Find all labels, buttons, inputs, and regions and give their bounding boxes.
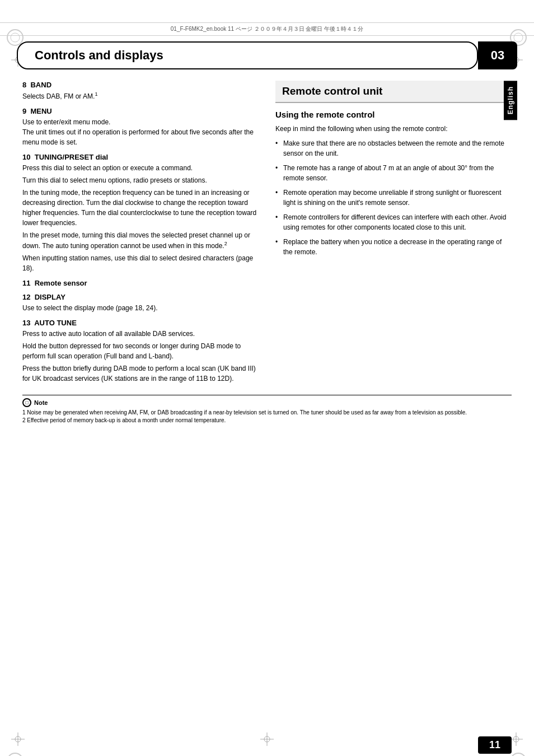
section-10-body3: In the tuning mode, the reception freque… xyxy=(22,188,259,228)
file-info-text: 01_F-F6MK2_en.book 11 ページ ２００９年４月３日 金曜日 … xyxy=(171,25,364,33)
bullet-1: Make sure that there are no obstacles be… xyxy=(275,138,512,158)
svg-point-3 xyxy=(514,33,523,42)
note-label: Note xyxy=(34,399,48,406)
section-9-body2: The unit times out if no operation is pe… xyxy=(22,127,259,147)
section-10: 10 TUNING/PRESET dial Press this dial to… xyxy=(22,153,259,273)
section-12: 12 DISPLAY Use to select the display mod… xyxy=(22,293,259,313)
section-12-number: 12 xyxy=(22,293,30,301)
section-13-body3: Press the button briefly during DAB mode… xyxy=(22,363,259,384)
note-section: □ Note 1 Noise may be generated when rec… xyxy=(22,395,512,424)
note-header: □ Note xyxy=(22,398,512,407)
crosshair-bl xyxy=(11,732,25,748)
section-10-body5: When inputting station names, use this d… xyxy=(22,253,259,273)
file-info-bar: 01_F-F6MK2_en.book 11 ページ ２００９年４月３日 金曜日 … xyxy=(0,22,534,36)
note-text-2: 2 Effective period of memory back-up is … xyxy=(22,417,512,424)
section-13-number: 13 xyxy=(22,319,30,327)
section-12-heading: DISPLAY xyxy=(35,293,65,301)
header-section: Controls and displays 03 xyxy=(17,41,517,69)
remote-section-title: Remote control unit xyxy=(275,81,512,103)
svg-point-6 xyxy=(510,753,526,756)
svg-point-4 xyxy=(7,753,23,756)
section-8-heading: BAND xyxy=(30,81,51,89)
section-9-heading: MENU xyxy=(30,107,51,115)
bullet-3: Remote operation may become unreliable i… xyxy=(275,188,512,208)
section-9-body1: Use to enter/exit menu mode. xyxy=(22,117,259,127)
section-11: 11 Remote sensor xyxy=(22,279,259,287)
title-banner: Controls and displays xyxy=(17,41,478,69)
section-10-body2: Turn this dial to select menu options, r… xyxy=(22,175,259,185)
section-10-number: 10 xyxy=(22,153,30,161)
section-8-number: 8 xyxy=(22,81,26,89)
remote-intro: Keep in mind the following when using th… xyxy=(275,124,512,134)
page-number-badge: 11 xyxy=(478,736,512,754)
section-13-body2: Hold the button depressed for two second… xyxy=(22,341,259,361)
crosshair-bm xyxy=(260,732,274,748)
corner-decoration-br xyxy=(509,752,528,756)
bullet-4: Remote controllers for different devices… xyxy=(275,212,512,232)
page-title: Controls and displays xyxy=(35,48,163,63)
section-8-text: Selects DAB, FM or AM. xyxy=(22,92,95,100)
note-text-1: 1 Noise may be generated when receiving … xyxy=(22,409,512,417)
section-9: 9 MENU Use to enter/exit menu mode. The … xyxy=(22,107,259,147)
left-column: 8 BAND Selects DAB, FM or AM.1 9 MENU Us… xyxy=(22,81,259,389)
section-13-body1: Press to active auto location of all ava… xyxy=(22,329,259,339)
section-10-heading: TUNING/PRESET dial xyxy=(35,153,108,161)
section-13-title: 13 AUTO TUNE xyxy=(22,319,259,327)
section-13-heading: AUTO TUNE xyxy=(34,319,77,327)
section-9-number: 9 xyxy=(22,107,26,115)
remote-sub-title: Using the remote control xyxy=(275,110,512,119)
main-content: 8 BAND Selects DAB, FM or AM.1 9 MENU Us… xyxy=(22,81,512,389)
section-13: 13 AUTO TUNE Press to active auto locati… xyxy=(22,319,259,384)
section-12-title: 12 DISPLAY xyxy=(22,293,259,301)
svg-point-1 xyxy=(11,33,20,42)
right-column: English Remote control unit Using the re… xyxy=(275,81,512,389)
section-10-body1: Press this dial to select an option or e… xyxy=(22,163,259,173)
section-8-title: 8 BAND xyxy=(22,81,259,89)
section-11-number: 11 xyxy=(22,279,30,287)
section-9-title: 9 MENU xyxy=(22,107,259,115)
section-10-body4: In the preset mode, turning this dial mo… xyxy=(22,230,259,251)
bullet-5: Replace the battery when you notice a de… xyxy=(275,237,512,257)
section-12-body: Use to select the display mode (page 18,… xyxy=(22,303,259,313)
section-11-heading: Remote sensor xyxy=(35,279,87,287)
page-container: 01_F-F6MK2_en.book 11 ページ ２００９年４月３日 金曜日 … xyxy=(0,22,534,756)
chapter-badge: 03 xyxy=(478,41,517,69)
corner-decoration-bl xyxy=(6,752,25,756)
chapter-number: 03 xyxy=(491,48,504,63)
page-footer: 11 En xyxy=(478,736,512,756)
bullet-2: The remote has a range of about 7 m at a… xyxy=(275,163,512,183)
section-8-body: Selects DAB, FM or AM.1 xyxy=(22,91,259,101)
bullet-list: Make sure that there are no obstacles be… xyxy=(275,138,512,257)
english-tab: English xyxy=(504,81,517,120)
section-8: 8 BAND Selects DAB, FM or AM.1 xyxy=(22,81,259,101)
section-10-title: 10 TUNING/PRESET dial xyxy=(22,153,259,161)
section-11-title: 11 Remote sensor xyxy=(22,279,259,287)
note-icon: □ xyxy=(22,398,31,407)
